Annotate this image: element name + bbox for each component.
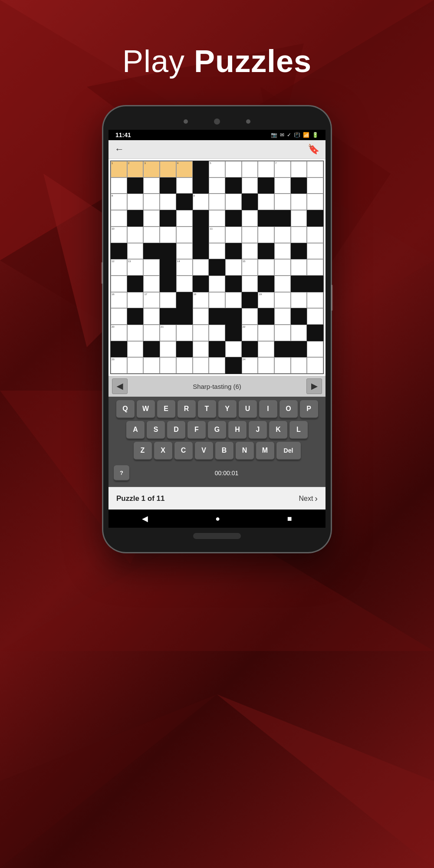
- crossword-cell[interactable]: [193, 161, 209, 178]
- key-b[interactable]: B: [215, 442, 233, 460]
- crossword-cell[interactable]: [176, 325, 193, 341]
- crossword-cell[interactable]: [209, 308, 225, 325]
- crossword-cell[interactable]: [127, 292, 144, 309]
- crossword-cell[interactable]: [291, 161, 307, 178]
- crossword-cell[interactable]: [274, 357, 291, 374]
- crossword-cell[interactable]: [176, 194, 193, 210]
- crossword-cell[interactable]: [307, 341, 323, 358]
- key-n[interactable]: N: [236, 442, 254, 460]
- key-e[interactable]: E: [157, 400, 175, 418]
- crossword-cell[interactable]: [127, 227, 144, 243]
- crossword-cell[interactable]: [193, 178, 209, 194]
- crossword-cell[interactable]: [274, 292, 291, 309]
- crossword-cell[interactable]: [111, 308, 127, 325]
- crossword-cell[interactable]: [258, 227, 274, 243]
- crossword-cell[interactable]: [209, 357, 225, 374]
- key-p[interactable]: P: [300, 400, 318, 418]
- key-del[interactable]: Del: [276, 442, 301, 460]
- key-d[interactable]: D: [167, 421, 185, 439]
- crossword-cell[interactable]: [242, 161, 258, 178]
- crossword-cell[interactable]: [111, 276, 127, 292]
- crossword-cell[interactable]: [258, 308, 274, 325]
- crossword-cell[interactable]: [274, 243, 291, 260]
- crossword-grid[interactable]: 12345789101112131415161718192021222324: [110, 161, 324, 374]
- crossword-cell[interactable]: [127, 210, 144, 227]
- crossword-cell[interactable]: [160, 292, 176, 309]
- key-f[interactable]: F: [187, 421, 206, 439]
- crossword-cell[interactable]: [111, 341, 127, 358]
- crossword-cell[interactable]: 16: [111, 292, 127, 309]
- crossword-cell[interactable]: 7: [274, 161, 291, 178]
- key-z[interactable]: Z: [134, 442, 152, 460]
- crossword-cell[interactable]: [193, 227, 209, 243]
- crossword-cell[interactable]: 13: [127, 259, 144, 276]
- crossword-cell[interactable]: [225, 308, 242, 325]
- prev-clue-button[interactable]: ◀: [112, 378, 128, 394]
- crossword-cell[interactable]: [143, 210, 160, 227]
- crossword-cell[interactable]: [258, 341, 274, 358]
- crossword-cell[interactable]: [111, 243, 127, 260]
- crossword-cell[interactable]: [160, 341, 176, 358]
- crossword-cell[interactable]: [176, 308, 193, 325]
- crossword-cell[interactable]: [258, 178, 274, 194]
- crossword-cell[interactable]: 4: [176, 161, 193, 178]
- crossword-cell[interactable]: [307, 210, 323, 227]
- crossword-cell[interactable]: [258, 243, 274, 260]
- next-puzzle-button[interactable]: Next ›: [299, 493, 318, 503]
- crossword-cell[interactable]: [160, 178, 176, 194]
- crossword-cell[interactable]: [291, 259, 307, 276]
- crossword-cell[interactable]: [193, 308, 209, 325]
- crossword-cell[interactable]: [225, 178, 242, 194]
- crossword-cell[interactable]: 5: [209, 161, 225, 178]
- crossword-cell[interactable]: 12: [111, 259, 127, 276]
- crossword-cell[interactable]: [274, 276, 291, 292]
- crossword-cell[interactable]: [193, 210, 209, 227]
- crossword-cell[interactable]: [193, 259, 209, 276]
- key-s[interactable]: S: [147, 421, 165, 439]
- crossword-cell[interactable]: [242, 292, 258, 309]
- crossword-cell[interactable]: [242, 243, 258, 260]
- crossword-cell[interactable]: [143, 178, 160, 194]
- key-x[interactable]: X: [154, 442, 172, 460]
- crossword-cell[interactable]: [176, 276, 193, 292]
- crossword-cell[interactable]: [258, 161, 274, 178]
- crossword-cell[interactable]: [307, 243, 323, 260]
- crossword-cell[interactable]: [127, 178, 144, 194]
- crossword-cell[interactable]: [209, 210, 225, 227]
- crossword-cell[interactable]: [193, 341, 209, 358]
- crossword-cell[interactable]: [307, 178, 323, 194]
- crossword-cell[interactable]: [193, 325, 209, 341]
- crossword-cell[interactable]: [111, 178, 127, 194]
- crossword-cell[interactable]: [258, 259, 274, 276]
- crossword-cell[interactable]: [291, 227, 307, 243]
- crossword-cell[interactable]: [225, 259, 242, 276]
- crossword-cell[interactable]: [242, 227, 258, 243]
- crossword-cell[interactable]: [209, 292, 225, 309]
- crossword-cell[interactable]: [242, 341, 258, 358]
- crossword-cell[interactable]: 17: [143, 292, 160, 309]
- crossword-cell[interactable]: [193, 243, 209, 260]
- crossword-cell[interactable]: [160, 357, 176, 374]
- crossword-cell[interactable]: [143, 325, 160, 341]
- crossword-cell[interactable]: [291, 194, 307, 210]
- crossword-cell[interactable]: 9: [193, 194, 209, 210]
- crossword-cell[interactable]: [160, 227, 176, 243]
- crossword-cell[interactable]: 19: [258, 292, 274, 309]
- crossword-cell[interactable]: [258, 276, 274, 292]
- crossword-cell[interactable]: [242, 178, 258, 194]
- key-r[interactable]: R: [178, 400, 196, 418]
- crossword-cell[interactable]: 23: [111, 357, 127, 374]
- crossword-cell[interactable]: 18: [193, 292, 209, 309]
- crossword-cell[interactable]: [291, 308, 307, 325]
- crossword-cell[interactable]: 11: [209, 227, 225, 243]
- crossword-cell[interactable]: [307, 161, 323, 178]
- key-i[interactable]: I: [259, 400, 277, 418]
- crossword-cell[interactable]: [225, 161, 242, 178]
- crossword-cell[interactable]: [307, 292, 323, 309]
- crossword-cell[interactable]: [160, 194, 176, 210]
- crossword-cell[interactable]: [307, 325, 323, 341]
- crossword-cell[interactable]: [143, 308, 160, 325]
- crossword-cell[interactable]: [209, 341, 225, 358]
- crossword-cell[interactable]: [176, 341, 193, 358]
- crossword-cell[interactable]: [225, 276, 242, 292]
